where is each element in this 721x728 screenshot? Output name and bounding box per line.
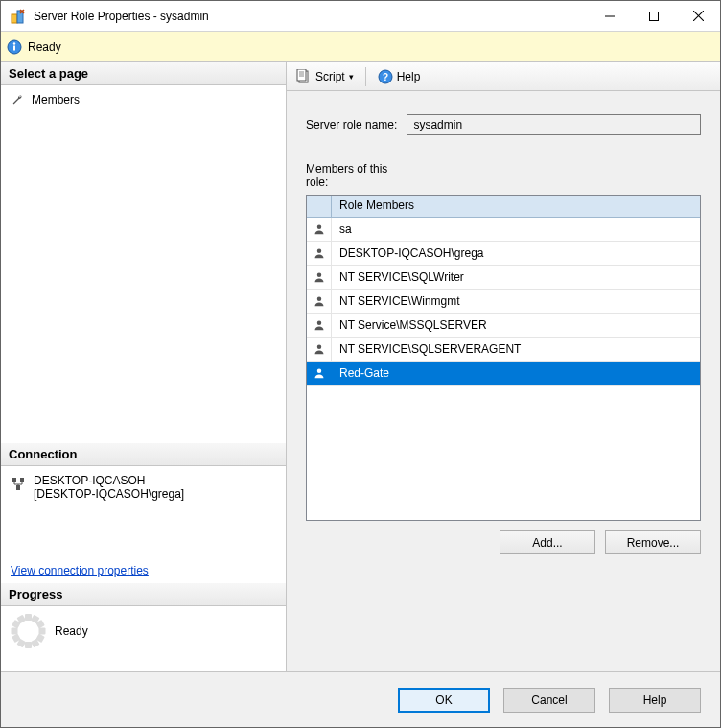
toolbar-separator <box>365 67 366 86</box>
progress-header: Progress <box>1 583 286 606</box>
member-name: sa <box>332 218 700 241</box>
user-icon <box>307 338 332 361</box>
role-name-label: Server role name: <box>306 118 397 131</box>
chevron-down-icon: ▾ <box>349 72 354 82</box>
titlebar[interactable]: Server Role Properties - sysadmin <box>1 1 720 32</box>
grid-header-name-col: Role Members <box>332 196 700 217</box>
close-button[interactable] <box>676 1 720 31</box>
connection-info: DESKTOP-IQCASOH [DESKTOP-IQCASOH\grega] <box>1 466 286 506</box>
page-members-label: Members <box>32 93 80 106</box>
info-icon <box>7 39 22 55</box>
members-label: Members of this role: <box>306 162 411 189</box>
help-icon: ? <box>378 69 393 84</box>
wrench-icon <box>11 93 24 106</box>
svg-rect-8 <box>13 45 15 50</box>
svg-rect-9 <box>12 478 16 482</box>
status-strip: Ready <box>1 32 720 62</box>
svg-rect-13 <box>297 69 306 81</box>
toolbar: Script ▾ ? Help <box>287 62 720 91</box>
page-members[interactable]: Members <box>11 91 276 108</box>
window-title: Server Role Properties - sysadmin <box>34 10 209 23</box>
ok-label: OK <box>435 693 452 707</box>
left-pane: Select a page Members Connection <box>1 62 287 671</box>
svg-point-7 <box>13 42 15 44</box>
user-icon <box>307 314 332 337</box>
add-button[interactable]: Add... <box>500 530 595 554</box>
table-row[interactable]: NT SERVICE\SQLWriter <box>307 266 700 290</box>
member-name: NT Service\MSSQLSERVER <box>332 314 700 337</box>
script-label: Script <box>315 70 345 83</box>
table-row[interactable]: NT SERVICE\SQLSERVERAGENT <box>307 338 700 362</box>
grid-header[interactable]: Role Members <box>307 196 700 218</box>
user-icon <box>307 290 332 313</box>
table-row[interactable]: NT Service\MSSQLSERVER <box>307 314 700 338</box>
member-name: DESKTOP-IQCASOH\grega <box>332 242 700 265</box>
help-dialog-label: Help <box>643 693 667 707</box>
help-label: Help <box>397 70 421 83</box>
help-dialog-button[interactable]: Help <box>609 688 701 713</box>
dialog-button-bar: OK Cancel Help <box>1 671 720 727</box>
svg-rect-10 <box>20 478 24 482</box>
user-icon <box>307 362 332 385</box>
remove-button-label: Remove... <box>627 536 680 550</box>
table-row[interactable]: sa <box>307 218 700 242</box>
grid-header-icon-col <box>307 196 332 217</box>
status-text: Ready <box>28 40 61 54</box>
help-button[interactable]: ? Help <box>374 67 425 86</box>
dialog-window: Server Role Properties - sysadmin Ready … <box>0 0 721 728</box>
table-row[interactable]: Red-Gate <box>307 362 700 386</box>
role-name-value: sysadmin <box>413 118 462 131</box>
server-icon <box>11 476 26 491</box>
maximize-button[interactable] <box>632 1 676 31</box>
connection-server: DESKTOP-IQCASOH <box>34 474 184 487</box>
member-name: NT SERVICE\SQLSERVERAGENT <box>332 338 700 361</box>
right-pane: Script ▾ ? Help Server role name: sysadm <box>287 62 720 671</box>
progress-spinner-icon <box>11 614 45 648</box>
svg-text:?: ? <box>383 72 388 82</box>
add-button-label: Add... <box>532 536 562 550</box>
user-icon <box>307 218 332 241</box>
table-row[interactable]: NT SERVICE\Winmgmt <box>307 290 700 314</box>
select-page-header: Select a page <box>1 62 286 85</box>
user-icon <box>307 242 332 265</box>
role-name-field: sysadmin <box>407 114 701 135</box>
script-dropdown[interactable]: Script ▾ <box>292 67 358 86</box>
svg-rect-3 <box>650 12 659 20</box>
app-icon <box>11 9 26 24</box>
table-row[interactable]: DESKTOP-IQCASOH\grega <box>307 242 700 266</box>
connection-header: Connection <box>1 443 286 466</box>
view-connection-properties-link[interactable]: View connection properties <box>1 564 286 583</box>
cancel-label: Cancel <box>531 693 567 707</box>
script-icon <box>296 69 312 84</box>
remove-button[interactable]: Remove... <box>605 530 701 554</box>
progress-text: Ready <box>55 624 88 638</box>
minimize-button[interactable] <box>588 1 632 31</box>
member-name: NT SERVICE\SQLWriter <box>332 266 700 289</box>
connection-user: [DESKTOP-IQCASOH\grega] <box>34 487 184 501</box>
members-grid[interactable]: Role Members saDESKTOP-IQCASOH\gregaNT S… <box>306 195 701 521</box>
member-name: Red-Gate <box>332 362 700 385</box>
cancel-button[interactable]: Cancel <box>503 688 595 713</box>
svg-rect-0 <box>12 14 17 23</box>
ok-button[interactable]: OK <box>398 688 490 713</box>
member-name: NT SERVICE\Winmgmt <box>332 290 700 313</box>
user-icon <box>307 266 332 289</box>
